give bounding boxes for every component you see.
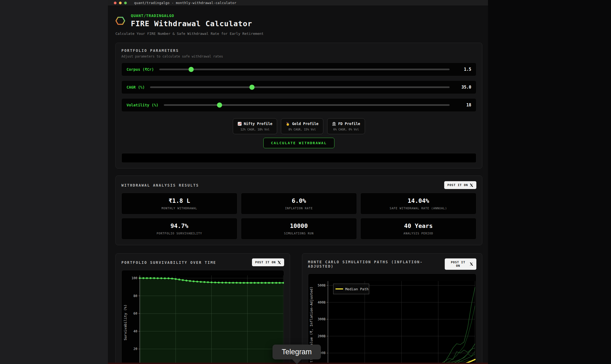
monthly-withdrawal-stat: ₹1.8 L MONTHLY WITHDRAWAL	[121, 193, 237, 214]
window-title: quant/tradingalgo - monthly-withdrawal-c…	[134, 1, 237, 5]
results-stats-grid: ₹1.8 L MONTHLY WITHDRAWAL 6.0% INFLATION…	[121, 193, 476, 240]
volatility-slider-row: Volatility (%) 18	[121, 98, 476, 112]
stat-value: 94.7%	[170, 223, 188, 229]
stat-label: SAFE WITHDRAWAL RATE (ANNUAL)	[390, 207, 447, 210]
post-button-label: POST IT ON	[447, 183, 468, 187]
results-heading: WITHDRAWAL ANALYSIS RESULTS	[121, 183, 199, 187]
stat-label: INFLATION RATE	[285, 207, 313, 210]
safe-withdrawal-rate-stat: 14.04% SAFE WITHDRAWAL RATE (ANNUAL)	[360, 193, 476, 214]
page-subtitle: Calculate Your FIRE Number & Safe Withdr…	[115, 32, 482, 36]
cagr-slider-value: 35.0	[455, 85, 471, 90]
cagr-slider[interactable]	[150, 86, 450, 88]
svg-text:200B: 200B	[318, 334, 326, 338]
svg-text:100: 100	[131, 276, 137, 280]
telegram-tooltip-label[interactable]: Telegram	[273, 345, 321, 359]
svg-text:Median Path: Median Path	[345, 287, 368, 291]
gold-medal-icon	[286, 122, 290, 126]
withdrawal-results-card: WITHDRAWAL ANALYSIS RESULTS POST IT ON ₹…	[115, 176, 482, 245]
stat-value: 40 Years	[404, 223, 433, 229]
brand-label: QUANT/TRADINGALGO	[131, 14, 252, 18]
window-titlebar: quant/tradingalgo - monthly-withdrawal-c…	[108, 0, 488, 6]
svg-text:300B: 300B	[318, 317, 326, 321]
inflation-rate-stat: 6.0% INFLATION RATE	[241, 193, 357, 214]
hexagon-logo-icon	[115, 16, 125, 25]
tooltip-arrow	[292, 359, 301, 364]
survivability-chart-card: PORTFOLIO SURVIVABILITY OVER TIME POST I…	[115, 253, 290, 364]
profile-detail-label: 8% CAGR, 15% Vol	[286, 128, 318, 131]
profile-name-label: Nifty Profile	[244, 122, 273, 126]
stat-label: MONTHLY WITHDRAWAL	[162, 207, 197, 210]
svg-text:60: 60	[134, 312, 137, 315]
survivability-chart-heading: PORTFOLIO SURVIVABILITY OVER TIME	[121, 260, 216, 265]
profile-name-label: FD Profile	[338, 122, 360, 126]
stat-label: SIMULATIONS RUN	[284, 232, 314, 235]
volatility-slider-thumb[interactable]	[217, 103, 222, 108]
minimize-window-button[interactable]	[119, 2, 122, 4]
fd-profile-button[interactable]: FD Profile 6% CAGR, 0% Vol	[327, 118, 365, 134]
gold-profile-button[interactable]: Gold Profile 8% CAGR, 15% Vol	[281, 118, 323, 134]
nifty-profile-button[interactable]: Nifty Profile 12% CAGR, 18% Vol	[233, 118, 277, 134]
post-button-label: POST IT ON	[255, 261, 276, 264]
chart-increasing-icon	[238, 122, 242, 126]
cagr-slider-row: CAGR (%) 35.0	[121, 80, 476, 94]
corpus-slider[interactable]	[159, 69, 450, 70]
profile-name-label: Gold Profile	[292, 122, 318, 126]
x-logo-icon	[470, 184, 473, 187]
x-logo-icon	[470, 262, 473, 266]
corpus-slider-thumb[interactable]	[189, 67, 194, 72]
svg-text:20: 20	[134, 347, 137, 351]
stat-value: 14.04%	[408, 197, 429, 204]
corpus-slider-value: 1.5	[455, 67, 471, 72]
post-button-label: POST IT ON	[448, 261, 468, 268]
svg-text:80: 80	[134, 294, 137, 298]
app-window: quant/tradingalgo - monthly-withdrawal-c…	[108, 0, 488, 364]
stat-value: 6.0%	[292, 197, 306, 204]
simulations-run-stat: 10000 SIMULATIONS RUN	[241, 218, 357, 240]
profile-presets: Nifty Profile 12% CAGR, 18% Vol	[121, 118, 476, 134]
montecarlo-chart-card: MONTE CARLO SIMULATION PATHS (INFLATION-…	[302, 253, 482, 364]
parameters-heading: PORTFOLIO PARAMETERS	[121, 48, 476, 53]
stat-value: 10000	[290, 223, 308, 229]
bank-icon	[332, 122, 336, 126]
stat-value: ₹1.8 L	[169, 197, 190, 204]
stat-label: PORTFOLIO SURVIVABILITY	[157, 232, 202, 235]
svg-text:40: 40	[134, 329, 137, 333]
post-results-on-x-button[interactable]: POST IT ON	[444, 181, 476, 189]
volatility-slider[interactable]	[164, 104, 450, 106]
page-title: FIRE Withdrawal Calculator	[131, 19, 252, 28]
svg-text:Survivability (%): Survivability (%)	[123, 304, 127, 340]
volatility-slider-value: 18	[455, 103, 471, 107]
outer-background-left	[0, 0, 108, 364]
screen: quant/tradingalgo - monthly-withdrawal-c…	[0, 0, 611, 364]
telegram-tooltip[interactable]: Telegram	[273, 345, 321, 364]
profile-detail-label: 12% CAGR, 18% Vol	[238, 128, 273, 131]
portfolio-survivability-stat: 94.7% PORTFOLIO SURVIVABILITY	[121, 218, 237, 240]
volatility-slider-label: Volatility (%)	[127, 103, 158, 107]
profile-detail-label: 6% CAGR, 0% Vol	[332, 128, 360, 131]
post-montecarlo-on-x-button[interactable]: POST IT ON	[445, 258, 476, 270]
svg-text:500B: 500B	[318, 284, 326, 287]
calculation-output-bar	[121, 153, 476, 163]
montecarlo-chart: 0100B200B300B400B500B010203040Portfolio …	[308, 274, 476, 364]
analysis-period-stat: 40 Years ANALYSIS PERIOD	[360, 218, 476, 240]
svg-text:400B: 400B	[318, 301, 326, 304]
corpus-slider-row: Corpus (₹Cr) 1.5	[121, 63, 476, 76]
stat-label: ANALYSIS PERIOD	[404, 232, 433, 235]
calculate-withdrawal-button[interactable]: CALCULATE WITHDRAWAL	[263, 138, 334, 148]
portfolio-parameters-card: PORTFOLIO PARAMETERS Adjust parameters t…	[115, 43, 482, 168]
montecarlo-chart-heading: MONTE CARLO SIMULATION PATHS (INFLATION-…	[308, 260, 445, 268]
survivability-chart: 020406080100010203040Survivability (%)	[121, 270, 284, 364]
close-window-button[interactable]	[114, 2, 117, 4]
post-survivability-on-x-button[interactable]: POST IT ON	[252, 258, 284, 266]
parameters-subheading: Adjust parameters to calculate safe with…	[121, 55, 476, 58]
cagr-slider-thumb[interactable]	[250, 85, 255, 90]
x-logo-icon	[278, 261, 281, 264]
app-header: QUANT/TRADINGALGO FIRE Withdrawal Calcul…	[115, 6, 482, 28]
corpus-slider-label: Corpus (₹Cr)	[127, 67, 154, 72]
maximize-window-button[interactable]	[124, 2, 127, 4]
cagr-slider-label: CAGR (%)	[127, 85, 145, 89]
